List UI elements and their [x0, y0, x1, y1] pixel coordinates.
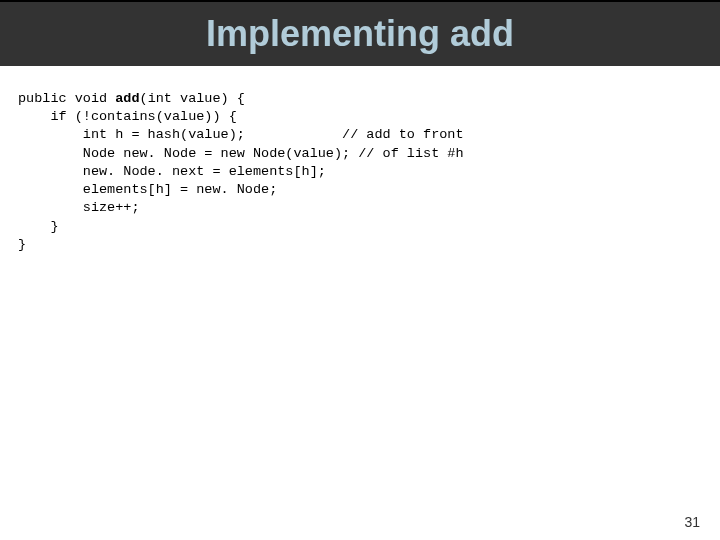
page-number: 31 [684, 514, 700, 530]
code-line: public void add(int value) { [18, 90, 702, 108]
slide-title: Implementing add [206, 13, 514, 55]
code-method-name: add [115, 91, 139, 106]
code-line: size++; [18, 199, 702, 217]
code-line: if (!contains(value)) { [18, 108, 702, 126]
title-bar: Implementing add [0, 0, 720, 66]
code-line: Node new. Node = new Node(value); // of … [18, 145, 702, 163]
code-line: } [18, 236, 702, 254]
code-line: elements[h] = new. Node; [18, 181, 702, 199]
code-line: new. Node. next = elements[h]; [18, 163, 702, 181]
code-block: public void add(int value) { if (!contai… [0, 66, 720, 254]
code-line: } [18, 218, 702, 236]
code-line: int h = hash(value); // add to front [18, 126, 702, 144]
code-text: public void [18, 91, 115, 106]
code-text: (int value) { [140, 91, 245, 106]
